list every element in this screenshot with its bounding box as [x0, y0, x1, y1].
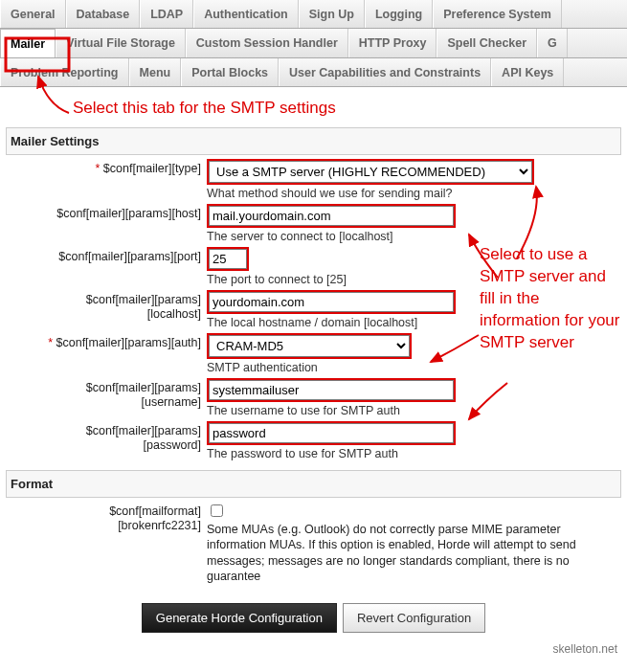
- tab-virtual-file-storage[interactable]: Virtual File Storage: [56, 29, 186, 57]
- input-mailer-host[interactable]: [209, 206, 454, 226]
- highlight-host-field: [207, 204, 456, 228]
- annotation-side: Select to use a SMTP server and fill in …: [480, 244, 623, 354]
- tab-mailer[interactable]: Mailer: [0, 29, 56, 58]
- highlight-type-field: Use a SMTP server (HIGHLY RECOMMENDED): [207, 159, 534, 185]
- tab-row-2: MailerVirtual File StorageCustom Session…: [0, 29, 627, 58]
- checkbox-brokenrfc[interactable]: [211, 504, 223, 517]
- label-mailer-localhost: $conf[mailer][params][localhost]: [6, 290, 207, 322]
- desc-brokenrfc: Some MUAs (e.g. Outlook) do not correctl…: [207, 520, 621, 586]
- tab-user-capabilities-and-constraints[interactable]: User Capabilities and Constraints: [279, 58, 491, 86]
- input-mailer-port[interactable]: [209, 249, 247, 269]
- tab-api-keys[interactable]: API Keys: [491, 58, 564, 86]
- hint-mailer-password: The password to use for SMTP auth: [207, 447, 532, 460]
- tab-row-3: Problem ReportingMenuPortal BlocksUser C…: [0, 58, 627, 87]
- hint-mailer-type: What method should we use for sending ma…: [207, 187, 534, 200]
- highlight-username-field: [207, 378, 456, 402]
- label-brokenrfc: $conf[mailformat][brokenrfc2231]: [6, 502, 207, 533]
- input-mailer-username[interactable]: [209, 380, 454, 400]
- input-mailer-password[interactable]: [209, 423, 454, 443]
- tab-http-proxy[interactable]: HTTP Proxy: [348, 29, 437, 57]
- hint-mailer-host: The server to connect to [localhost]: [207, 230, 532, 243]
- select-mailer-type[interactable]: Use a SMTP server (HIGHLY RECOMMENDED): [209, 161, 532, 183]
- select-mailer-auth[interactable]: CRAM-MD5: [209, 335, 410, 357]
- highlight-port-field: [207, 247, 249, 271]
- highlight-password-field: [207, 421, 456, 445]
- tab-spell-checker[interactable]: Spell Checker: [437, 29, 537, 57]
- label-mailer-host: $conf[mailer][params][host]: [6, 204, 207, 221]
- label-mailer-password: $conf[mailer][params][password]: [6, 421, 207, 453]
- hint-mailer-username: The username to use for SMTP auth: [207, 404, 532, 417]
- tab-database[interactable]: Database: [66, 0, 141, 28]
- highlight-localhost-field: [207, 290, 456, 314]
- tab-general[interactable]: General: [0, 0, 66, 28]
- highlight-auth-field: CRAM-MD5: [207, 333, 412, 359]
- generate-config-button[interactable]: Generate Horde Configuration: [142, 603, 337, 633]
- section-format: Format: [6, 470, 621, 498]
- tab-custom-session-handler[interactable]: Custom Session Handler: [186, 29, 348, 57]
- tab-portal-blocks[interactable]: Portal Blocks: [181, 58, 279, 86]
- annotation-select-tab: Select this tab for the SMTP settings: [6, 95, 621, 125]
- label-mailer-auth: * $conf[mailer][params][auth]: [6, 333, 207, 350]
- tab-g[interactable]: G: [537, 29, 568, 57]
- tab-sign-up[interactable]: Sign Up: [299, 0, 365, 28]
- footer-brand: skelleton.net: [0, 642, 627, 660]
- tab-preference-system[interactable]: Preference System: [433, 0, 562, 28]
- tab-authentication[interactable]: Authentication: [193, 0, 299, 28]
- tab-row-1: GeneralDatabaseLDAPAuthenticationSign Up…: [0, 0, 627, 29]
- hint-mailer-auth: SMTP authentication: [207, 361, 532, 374]
- tab-logging[interactable]: Logging: [365, 0, 433, 28]
- tab-ldap[interactable]: LDAP: [140, 0, 193, 28]
- label-mailer-type: * $conf[mailer][type]: [6, 159, 207, 176]
- label-mailer-port: $conf[mailer][params][port]: [6, 247, 207, 264]
- tab-menu[interactable]: Menu: [129, 58, 182, 86]
- input-mailer-localhost[interactable]: [209, 292, 454, 312]
- section-mailer-settings: Mailer Settings: [6, 127, 621, 155]
- label-mailer-username: $conf[mailer][params][username]: [6, 378, 207, 410]
- revert-config-button[interactable]: Revert Configuration: [343, 603, 485, 633]
- tab-problem-reporting[interactable]: Problem Reporting: [0, 58, 129, 86]
